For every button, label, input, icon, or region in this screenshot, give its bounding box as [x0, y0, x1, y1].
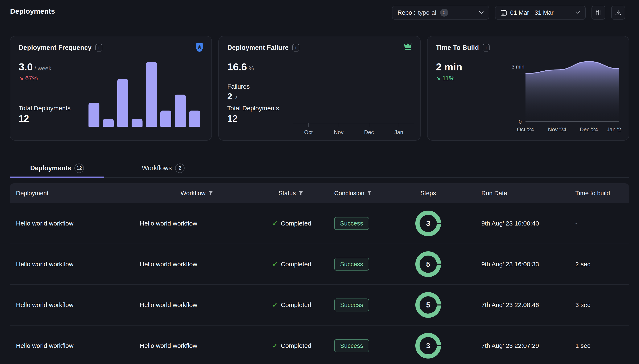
column-header-status: Status	[278, 190, 304, 196]
failures-link[interactable]: 2 ›	[227, 92, 238, 102]
status-cell: ✓Completed	[272, 260, 311, 268]
info-icon[interactable]: i	[482, 44, 490, 52]
run-date-cell: 9th Aug' 23 16:00:33	[481, 260, 539, 268]
card-title: Deployment Frequency	[19, 44, 92, 52]
frequency-bar-chart	[88, 62, 200, 127]
status-cell: ✓Completed	[272, 220, 311, 228]
frequency-unit: / week	[34, 65, 52, 72]
x-axis-tick-label: Jan '25	[607, 126, 621, 133]
chevron-right-icon: ›	[235, 92, 238, 101]
conclusion-cell: Success	[334, 217, 369, 230]
bar	[175, 94, 186, 127]
steps-cell: 3	[415, 210, 441, 236]
failures-label: Failures	[227, 83, 250, 90]
repo-value: typo-ai	[418, 9, 436, 16]
time-to-build-value: 2 min	[436, 61, 462, 73]
status-cell: ✓Completed	[272, 301, 311, 309]
filter-settings-button[interactable]	[592, 6, 605, 20]
run-date-cell: 7th Aug' 23 22:08:46	[481, 301, 539, 308]
info-icon[interactable]: i	[96, 44, 102, 52]
conclusion-cell: Success	[334, 340, 369, 352]
x-axis-tick-label: Oct	[304, 129, 312, 136]
info-icon[interactable]: i	[292, 44, 299, 52]
steps-ring: 3	[415, 210, 441, 236]
toolbar: Repo : typo-ai 0 01 Mar - 31 Mar	[392, 6, 625, 20]
time-to-build-cell: 1 sec	[575, 342, 590, 349]
steps-cell: 3	[415, 333, 441, 358]
steps-ring: 3	[415, 333, 441, 358]
x-axis-tick-label: Dec	[364, 129, 374, 136]
success-badge: Success	[334, 340, 369, 352]
time-to-build-card: Time To Build i 2 min ↘ 11% 3 min 0	[427, 36, 629, 140]
check-icon: ✓	[272, 260, 278, 268]
bar	[189, 110, 200, 127]
x-axis-tick-label: Oct '24	[517, 126, 534, 133]
workflow-cell: Hello world workflow	[140, 220, 197, 227]
failure-grouped-bar-chart	[293, 60, 414, 123]
table-header-row: Deployment Workflow Status Conclusion St…	[10, 183, 629, 203]
card-title: Time To Build	[436, 44, 479, 52]
conclusion-cell: Success	[334, 299, 369, 312]
x-axis-line	[293, 123, 414, 123]
bar	[132, 119, 142, 127]
time-to-build-delta: 11%	[442, 74, 454, 82]
shield-star-icon	[195, 43, 204, 54]
run-date-cell: 9th Aug' 23 16:00:40	[481, 220, 539, 227]
table-row[interactable]: Hello world workflow Hello world workflo…	[10, 244, 629, 285]
deployment-failure-card: Deployment Failure i 16.6 % Failures 2 ›…	[218, 36, 420, 140]
workflow-cell: Hello world workflow	[140, 342, 197, 349]
sliders-icon	[595, 9, 602, 16]
check-icon: ✓	[272, 301, 278, 309]
funnel-icon[interactable]	[367, 190, 372, 196]
y-axis-min-label: 0	[514, 119, 522, 125]
date-range-value: 01 Mar - 31 Mar	[510, 9, 554, 16]
crown-icon	[403, 43, 412, 52]
download-button[interactable]	[611, 6, 625, 20]
y-axis-max-label: 3 min	[512, 64, 524, 70]
column-header-workflow: Workflow	[180, 190, 213, 196]
tab-deployments[interactable]: Deployments 12	[10, 159, 104, 177]
time-to-build-cell: -	[575, 220, 578, 227]
column-header-run-date: Run Date	[481, 190, 507, 196]
tab-count-badge: 2	[175, 164, 184, 173]
trend-down-icon: ↘	[436, 75, 441, 82]
x-axis-tick-label: Nov '24	[548, 126, 566, 133]
time-to-build-cell: 2 sec	[575, 260, 590, 268]
check-icon: ✓	[272, 342, 278, 350]
steps-ring: 5	[415, 251, 441, 277]
chevron-down-icon	[576, 11, 580, 14]
trend-down-icon: ↘	[19, 75, 24, 82]
conclusion-cell: Success	[334, 258, 369, 271]
deployment-frequency-card: Deployment Frequency i 3.0 / week ↘ 67% …	[10, 36, 212, 140]
tab-workflows[interactable]: Workflows 2	[116, 159, 210, 177]
x-axis-labels: Oct '24Nov '24Dec '24Jan '25	[516, 126, 621, 135]
x-axis-line	[526, 121, 619, 122]
success-badge: Success	[334, 299, 369, 312]
repo-count-badge: 0	[440, 8, 448, 16]
table-row[interactable]: Hello world workflow Hello world workflo…	[10, 203, 629, 244]
bar	[117, 79, 128, 127]
page-title: Deployments	[10, 7, 55, 15]
steps-cell: 5	[415, 292, 441, 318]
table-row[interactable]: Hello world workflow Hello world workflo…	[10, 326, 629, 364]
x-axis-tick-label: Nov	[334, 129, 344, 136]
x-axis-tick-label: Jan	[394, 129, 403, 136]
bar	[146, 62, 157, 127]
column-header-conclusion: Conclusion	[334, 190, 372, 196]
calendar-icon	[500, 10, 507, 16]
download-icon	[615, 9, 622, 16]
tab-label: Workflows	[142, 164, 172, 172]
total-deployments-label: Total Deployments	[227, 105, 279, 112]
failure-rate-unit: %	[249, 65, 254, 72]
table-row[interactable]: Hello world workflow Hello world workflo…	[10, 285, 629, 326]
repo-select[interactable]: Repo : typo-ai 0	[392, 6, 489, 20]
funnel-icon[interactable]	[208, 190, 213, 196]
funnel-icon[interactable]	[298, 190, 304, 196]
workflow-cell: Hello world workflow	[140, 260, 197, 268]
deployment-cell: Hello world workflow	[16, 220, 73, 227]
date-range-select[interactable]: 01 Mar - 31 Mar	[495, 6, 586, 20]
total-deployments-value: 12	[19, 113, 29, 124]
tab-label: Deployments	[30, 164, 71, 172]
steps-cell: 5	[415, 251, 441, 277]
deployment-cell: Hello world workflow	[16, 301, 73, 308]
